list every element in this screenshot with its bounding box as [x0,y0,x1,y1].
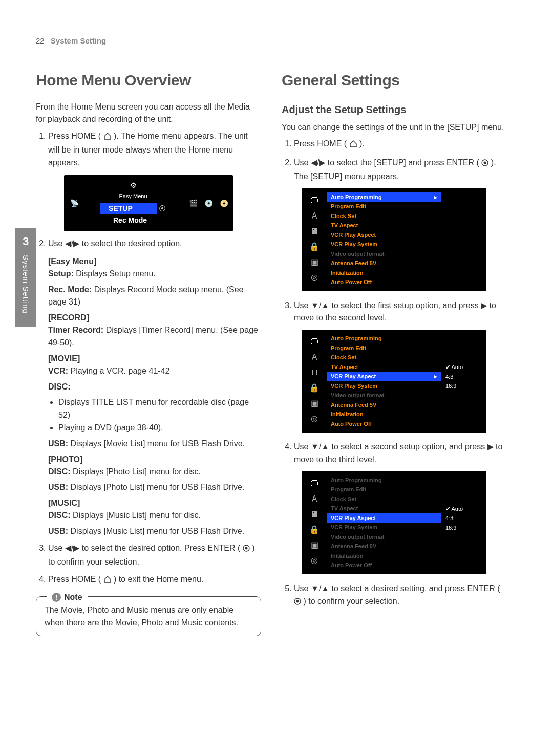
heading-home-menu-overview: Home Menu Overview [36,69,261,92]
osd-item-ant-feed: Antenna Feed 5V [327,258,441,268]
music-usb-label: USB: [48,527,68,535]
svg-point-1 [245,547,247,549]
letter-a-icon: A [312,493,317,505]
photo-usb-label: USB: [48,483,68,491]
osd-item: Video output format [327,532,441,542]
header-rule [36,31,507,31]
step-2: Use ◀/▶ to select the desired option. [48,237,261,250]
chapter-number: 3 [15,233,36,250]
r-step-5: Use ▼/▲ to select a desired setting, and… [294,582,507,609]
disc-li-2: Playing a DVD (page 38-40). [58,422,261,435]
osd-item: Auto Programming [327,334,441,343]
setup-label: Setup: [48,269,74,278]
chapter-side-tab: 3 System Setting [15,228,36,327]
note-box: !Note The Movie, Photo and Music menus a… [36,596,261,636]
home-icon [103,131,112,144]
opt-43: 4:3 [445,513,486,523]
osd-item-init: Initialization [327,268,441,278]
recmode-label: Rec. Mode: [48,285,92,294]
letter-a-icon: A [312,210,317,222]
opt-169: 16:9 [445,523,486,533]
osd-recmode-row: Rec Mode [105,214,161,226]
osd-item: Initialization [327,551,441,561]
page-number: 22 [36,35,45,47]
easy-menu-heading: [Easy Menu] [48,255,261,268]
step-3: Use ◀/▶ to select the desired option. Pr… [48,542,261,569]
display-icon: 🖥 [310,508,318,521]
right-intro: You can change the settings of the unit … [282,121,507,134]
home-icon [349,139,357,152]
osd-item-clock: Clock Set [327,211,441,221]
movie-usb-label: USB: [48,439,68,448]
r-step-2: Use ◀/▶ to select the [SETUP] and press … [294,157,507,183]
movie-disc-label: DISC: [48,382,71,391]
display-icon: 🖥 [310,366,318,379]
osd-item: Auto Power Off [327,419,441,429]
gear-icon: ⚙︎ [86,180,181,191]
lock-icon: 🔒 [309,524,320,536]
movie-heading: [MOVIE] [48,353,261,365]
tv-icon: 🖵 [310,336,318,348]
osd-item-vcr-aspect-hl: VCR Play Aspect [331,514,376,523]
r-step-1: Press HOME ( ). [294,138,507,152]
setup-osd-2: 🖵 A 🖥 🔒 ▣ ◎ Auto Programming Program Edi… [302,330,486,433]
osd-item-vcr-system: VCR Play System [327,240,441,249]
osd-item: Auto Power Off [327,560,441,570]
usb-icon: 📀 [220,198,227,209]
disc-setup-icon: ◎ [311,271,318,284]
timer-label: Timer Record: [48,326,103,334]
record-icon: 🎬 [189,198,196,209]
note-text: The Movie, Photo and Music menus are onl… [45,604,252,630]
setup-desc: Displays Setup menu. [76,269,156,278]
opt-169: 16:9 [445,381,486,391]
disc-icon: 💿 [204,198,211,209]
enter-icon [243,543,250,556]
disc-li-1: Displays TITLE LIST menu for recordable … [58,396,261,422]
tuner-icon: 📡 [70,198,77,209]
osd-item: VCR Play System [327,523,441,532]
osd-item: Antenna Feed 5V [327,400,441,410]
music-disc-desc: Displays [Music List] menu for disc. [73,511,201,520]
square-icon: ▣ [311,256,318,268]
photo-disc-desc: Displays [Photo List] menu for disc. [73,467,201,476]
svg-point-3 [484,162,486,164]
square-icon: ▣ [311,539,318,551]
enter-icon [294,596,301,609]
opt-43: 4:3 [445,372,486,382]
display-icon: 🖥 [310,225,318,237]
osd-item: TV Aspect [327,362,441,372]
music-disc-label: DISC: [48,511,71,520]
osd-item-prog-edit: Program Edit [327,202,441,211]
lock-icon: 🔒 [309,241,320,253]
music-heading: [MUSIC] [48,497,261,509]
osd-item: Clock Set [327,353,441,362]
photo-usb-desc: Displays [Photo List] menu for USB Flash… [71,483,245,491]
osd-item: Initialization [327,409,441,419]
step-4: Press HOME ( ) to exit the Home menu. [48,573,261,587]
chapter-label: System Setting [20,255,32,314]
osd-setup-row: SETUP [100,203,157,214]
osd-item: Video output format [327,391,441,400]
intro-text: From the Home Menu screen you can access… [36,101,261,126]
movie-usb-desc: Displays [Movie List] menu for USB Flash… [71,439,245,448]
osd-item: Program Edit [327,485,441,494]
page-header: 22 System Setting [36,35,507,47]
osd-item: Auto Programming [327,476,441,485]
right-column: General Settings Adjust the Setup Settin… [282,62,507,636]
square-icon: ▣ [311,397,318,409]
osd-item-auto-prog: Auto Programming [331,193,382,202]
osd-item: Program Edit [327,343,441,353]
music-usb-desc: Displays [Music List] menu for USB Flash… [71,527,245,535]
letter-a-icon: A [312,351,317,363]
osd-item: TV Aspect [327,504,441,513]
photo-disc-label: DISC: [48,467,71,476]
record-heading: [RECORD] [48,312,261,324]
osd-item: Clock Set [327,494,441,504]
disc-setup-icon: ◎ [311,413,318,425]
home-icon [103,574,112,587]
lock-icon: 🔒 [309,382,320,394]
osd-item-auto-off: Auto Power Off [327,277,441,287]
tv-icon: 🖵 [310,195,318,207]
tv-icon: 🖵 [310,478,318,490]
left-column: Home Menu Overview From the Home Menu sc… [36,62,261,636]
